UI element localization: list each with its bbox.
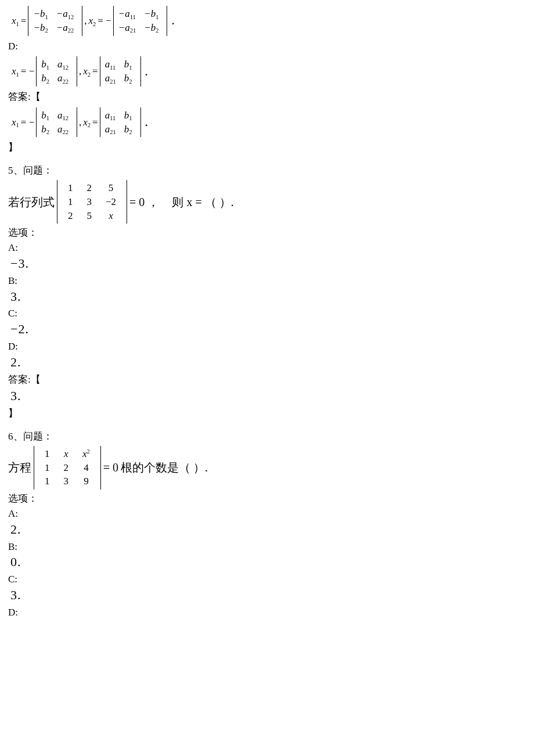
q5-pre: 若行列式 (8, 194, 55, 210)
var-x1: x (12, 15, 16, 26)
q5-optC-label: C: (8, 307, 526, 321)
q4-option-c-equation: x1 = −b1−a12 −b2−a22 , x2 = − −a11−b1 −a… (12, 6, 526, 36)
q4-option-d-equation: x1 = − b1a12 b2a22 , x2 = a11b1 a21b2 . (12, 56, 526, 87)
q6-optC-label: C: (8, 573, 526, 586)
q6-stem: 方程 1xx2 124 139 = 0 根的个数是（ ）. (8, 446, 526, 489)
q6-optC-value: 3. (8, 586, 526, 604)
q6-optB-label: B: (8, 540, 526, 554)
q5-optC-value: −2. (8, 321, 526, 339)
q6-optB-value: 0. (8, 553, 526, 571)
q4-option-d-label: D: (8, 39, 526, 53)
q5-answer-value: 3. (8, 387, 526, 405)
q6-optA-label: A: (8, 507, 526, 521)
q5-post: 则 x = （ ）. (172, 194, 233, 210)
q5-options-label: 选项： (8, 226, 526, 240)
q6-mid: = 0 (103, 459, 118, 476)
q5-mid: = 0 ， (129, 194, 159, 210)
q5-optD-label: D: (8, 340, 526, 354)
q5-optB-value: 3. (8, 288, 526, 306)
q6-options-label: 选项： (8, 492, 526, 506)
q6-post: 根的个数是（ ）. (121, 459, 208, 476)
q6-optD-label: D: (8, 606, 526, 620)
q5-stem: 若行列式 125 13−2 25x = 0 ， 则 x = （ ）. (8, 180, 526, 224)
q4-answer-open: 答案:【 (8, 90, 526, 104)
q5-header: 5、问题： (8, 164, 526, 178)
q5-optD-value: 2. (8, 354, 526, 372)
q5-optB-label: B: (8, 274, 526, 288)
q5-answer-open: 答案:【 (8, 373, 526, 387)
q6-header: 6、问题： (8, 430, 526, 444)
q5-optA-label: A: (8, 241, 526, 255)
q4-answer-equation: x1 = − b1a12 b2a22 , x2 = a11b1 a21b2 . (12, 107, 526, 138)
q5-optA-value: −3. (8, 255, 526, 273)
q6-optA-value: 2. (8, 521, 526, 539)
q4-answer-close: 】 (8, 141, 526, 154)
q5-answer-close: 】 (8, 406, 526, 420)
q6-pre: 方程 (8, 459, 31, 476)
